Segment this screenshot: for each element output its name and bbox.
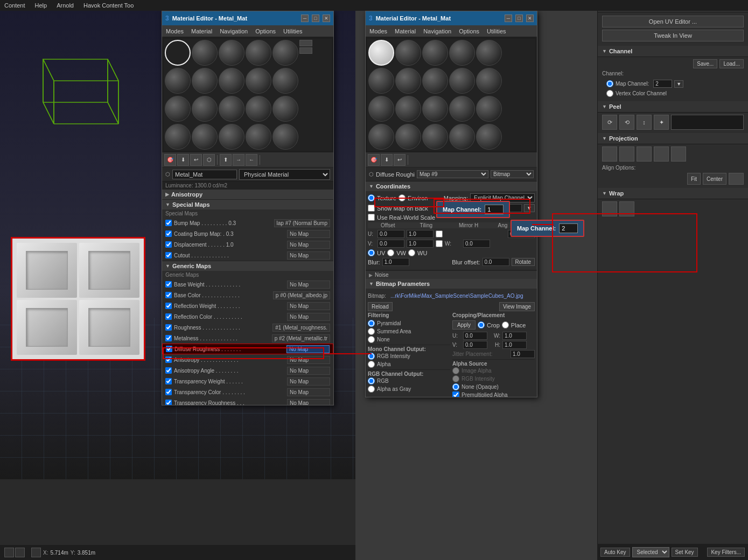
- apply-btn[interactable]: Apply: [452, 320, 476, 330]
- peel-btn-1[interactable]: ⟳: [602, 115, 617, 130]
- mat-editor-1-maximize[interactable]: □: [312, 15, 319, 22]
- premultiplied-checkbox[interactable]: [452, 391, 459, 397]
- mat-ball-2-7[interactable]: [395, 68, 421, 94]
- mat-ball-2-5[interactable]: [476, 40, 502, 66]
- mat-ball-2-6[interactable]: [368, 68, 394, 94]
- mat-ball-2-13[interactable]: [422, 96, 448, 122]
- peel-btn-2[interactable]: ⟲: [619, 115, 634, 130]
- anisotropy-map-btn[interactable]: No Map: [287, 356, 330, 364]
- status-icon-1[interactable]: [4, 548, 14, 557]
- mat-ball-7[interactable]: [192, 68, 218, 94]
- base-weight-checkbox[interactable]: [165, 281, 172, 288]
- mat-ball-2-4[interactable]: [449, 40, 475, 66]
- displacement-checkbox[interactable]: [165, 241, 172, 248]
- u-offset-input[interactable]: [378, 230, 404, 238]
- proj-extra-btn[interactable]: [729, 173, 744, 185]
- mat-tool-2-reset[interactable]: ↩: [394, 154, 406, 166]
- mat-ball-13[interactable]: [219, 96, 244, 122]
- map-channel-popup-2-input[interactable]: [559, 223, 578, 233]
- mat-tool-pick[interactable]: 🎯: [164, 154, 176, 166]
- mat-name-input[interactable]: [172, 170, 237, 179]
- coordinates-header[interactable]: ▼ Coordinates: [366, 181, 537, 191]
- alpha-as-gray-radio[interactable]: [368, 386, 375, 393]
- mat-ball-9[interactable]: [246, 68, 271, 94]
- blur-offset-input[interactable]: [483, 258, 509, 266]
- texture-radio[interactable]: [368, 194, 375, 201]
- reflection-color-checkbox[interactable]: [165, 313, 172, 320]
- uv-radio[interactable]: [368, 249, 375, 256]
- diffuse-roughness-btn[interactable]: No Map: [286, 345, 330, 353]
- peel-btn-4[interactable]: ✦: [654, 115, 669, 130]
- menu-help[interactable]: Help: [33, 2, 50, 9]
- transparency-weight-btn[interactable]: No Map: [287, 377, 330, 386]
- cutout-btn[interactable]: No Map: [287, 251, 330, 260]
- mat-ball-4[interactable]: [246, 40, 271, 66]
- mat-ball-2-8[interactable]: [422, 68, 448, 94]
- metalness-btn[interactable]: p #2 (Metal_metallic.tr: [272, 334, 330, 342]
- peel-btn-3[interactable]: ↕: [637, 115, 652, 130]
- none-radio[interactable]: [368, 336, 375, 343]
- projection-header[interactable]: ▼ Projection: [598, 133, 748, 144]
- rotate-btn[interactable]: Rotate: [512, 258, 535, 266]
- mat-editor-2-close[interactable]: ✕: [526, 15, 534, 22]
- grid-icon[interactable]: [31, 548, 41, 557]
- menu-content[interactable]: Content: [2, 2, 27, 9]
- mat-menu-2-navigation[interactable]: Navigation: [422, 28, 453, 34]
- metalness-checkbox[interactable]: [165, 335, 172, 341]
- mat-ball-2-11[interactable]: [368, 96, 394, 122]
- v-offset-input[interactable]: [378, 240, 404, 248]
- anisotropy-angle-checkbox[interactable]: [165, 367, 172, 374]
- wu-radio[interactable]: [408, 249, 415, 256]
- anisotropy-angle-btn[interactable]: No Map: [287, 367, 330, 375]
- show-map-checkbox[interactable]: [368, 205, 375, 212]
- wrap-header[interactable]: ▼ Wrap: [598, 188, 748, 199]
- mat-tool-make-unique[interactable]: ⬡: [203, 154, 215, 166]
- mat-ball-2-1[interactable]: [368, 40, 394, 66]
- fit-btn[interactable]: Fit: [687, 173, 701, 185]
- vertex-color-radio[interactable]: [606, 90, 613, 97]
- channel-header[interactable]: ▼ Channel: [598, 46, 748, 57]
- mat-menu-1-navigation[interactable]: Navigation: [218, 28, 249, 34]
- crop-w-input[interactable]: [502, 332, 527, 340]
- coating-bump-btn[interactable]: No Map: [287, 230, 330, 238]
- mat-menu-2-material[interactable]: Material: [393, 28, 417, 34]
- proj-normal-btn[interactable]: [671, 146, 686, 162]
- transparency-color-btn[interactable]: No Map: [287, 388, 330, 396]
- mat-ball-2-12[interactable]: [395, 96, 421, 122]
- mat-menu-1-options[interactable]: Options: [254, 28, 277, 34]
- special-maps-header[interactable]: ▼ Special Maps: [162, 200, 333, 209]
- map-channel-radio[interactable]: [606, 80, 613, 87]
- vw-radio[interactable]: [387, 249, 394, 256]
- diffuse-roughness-checkbox[interactable]: [166, 346, 172, 352]
- wrap-btn-1[interactable]: [602, 201, 617, 216]
- mat-type-select[interactable]: Physical Material: [239, 169, 330, 180]
- environ-radio[interactable]: [399, 194, 406, 201]
- noise-section[interactable]: ▶ Noise: [366, 270, 537, 279]
- mat-ball-2-3[interactable]: [422, 40, 448, 66]
- mat-ball-5[interactable]: [272, 40, 298, 66]
- mat-ball-20[interactable]: [272, 124, 298, 150]
- auto-key-btn[interactable]: Auto Key: [600, 548, 630, 557]
- mat-editor-2-minimize[interactable]: ─: [505, 15, 512, 22]
- mat-tool-nav-up[interactable]: ⬆: [220, 154, 232, 166]
- mat-tool-nav-forward[interactable]: →: [233, 154, 244, 166]
- w-angle-input[interactable]: [463, 240, 490, 248]
- proj-cylinder-btn[interactable]: [619, 146, 634, 162]
- rgb-intensity-alpha-radio[interactable]: [452, 375, 459, 382]
- mat-menu-2-modes[interactable]: Modes: [368, 28, 389, 34]
- cutout-checkbox[interactable]: [165, 252, 172, 258]
- crop-u-input[interactable]: [463, 332, 487, 340]
- channel-map-channel-input[interactable]: [653, 80, 672, 88]
- summed-area-radio[interactable]: [368, 328, 375, 335]
- proj-face-btn[interactable]: [654, 146, 669, 162]
- coating-bump-checkbox[interactable]: [165, 230, 172, 237]
- map-number-select[interactable]: Map #9: [417, 170, 488, 178]
- roughness-checkbox[interactable]: [165, 324, 172, 331]
- base-color-btn[interactable]: p #0 (Metal_albedo.jp: [273, 291, 330, 299]
- peel-slider[interactable]: [671, 115, 744, 130]
- proj-sphere-btn[interactable]: [637, 146, 652, 162]
- mat-ball-2-20[interactable]: [476, 124, 502, 150]
- view-image-btn[interactable]: View Image: [499, 302, 535, 311]
- mat-tool-2-assign[interactable]: ⬇: [381, 154, 393, 166]
- crop-h-input[interactable]: [502, 341, 527, 349]
